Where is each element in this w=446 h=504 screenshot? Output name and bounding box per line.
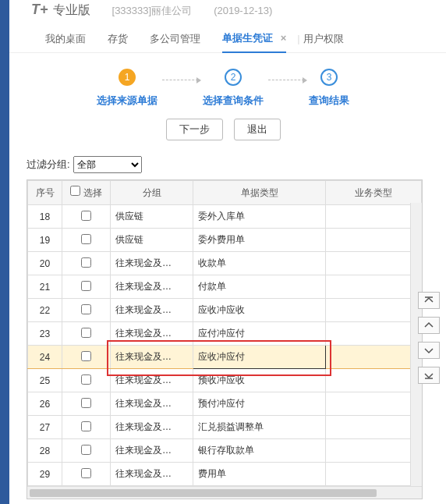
row-checkbox[interactable] (81, 257, 91, 268)
first-button[interactable] (418, 292, 440, 309)
cell-biz[interactable] (326, 416, 422, 439)
tab-multicompany[interactable]: 多公司管理 (150, 26, 200, 52)
cell-type[interactable]: 预收冲应收 (193, 369, 326, 392)
table-row[interactable]: 29往来现金及…费用单 (28, 463, 422, 486)
cell-group[interactable]: 往来现金及… (111, 463, 193, 486)
cell-group[interactable]: 往来现金及… (111, 439, 193, 463)
table-row[interactable]: 28往来现金及…银行存取款单 (28, 439, 422, 463)
cell-type[interactable]: 委外费用单 (193, 229, 326, 252)
table-row[interactable]: 24往来现金及…应收冲应付 (28, 346, 422, 369)
step-1[interactable]: 1 选择来源单据 (97, 69, 158, 108)
cell-biz[interactable] (326, 346, 422, 369)
cell-biz[interactable] (326, 252, 422, 275)
cell-group[interactable]: 往来现金及… (111, 346, 193, 369)
row-checkbox[interactable] (81, 328, 91, 338)
horizontal-scrollbar[interactable] (27, 486, 422, 499)
next-button[interactable]: 下一步 (166, 119, 223, 140)
row-checkbox[interactable] (81, 281, 91, 291)
cell-group[interactable]: 往来现金及… (111, 369, 193, 392)
step-1-label: 选择来源单据 (97, 94, 158, 108)
arrow-icon (162, 80, 198, 80)
cell-biz[interactable] (326, 299, 422, 322)
th-biz[interactable]: 业务类型 (326, 181, 422, 205)
cell-biz[interactable] (326, 439, 422, 463)
cell-group[interactable]: 往来现金及… (111, 322, 193, 346)
cell-no: 22 (28, 299, 62, 322)
cell-biz[interactable] (326, 275, 422, 299)
cell-biz[interactable] (326, 205, 422, 229)
row-checkbox[interactable] (81, 445, 91, 455)
filter-label: 过滤分组: (27, 158, 70, 172)
cell-type[interactable]: 应付冲应付 (193, 322, 326, 346)
cell-type[interactable]: 银行存取款单 (193, 439, 326, 463)
cell-chk (62, 416, 111, 439)
cell-biz[interactable] (326, 369, 422, 392)
cell-group[interactable]: 往来现金及… (111, 299, 193, 322)
cell-group[interactable]: 往来现金及… (111, 275, 193, 299)
step-3-label: 查询结果 (309, 94, 349, 108)
table-row[interactable]: 20往来现金及…收款单 (28, 252, 422, 275)
cell-group[interactable]: 往来现金及… (111, 416, 193, 439)
cell-type[interactable]: 应收冲应付 (193, 346, 326, 369)
cell-group[interactable]: 往来现金及… (111, 392, 193, 416)
cell-group[interactable]: 供应链 (111, 205, 193, 229)
cell-no: 26 (28, 392, 62, 416)
cell-chk (62, 299, 111, 322)
cell-type[interactable]: 收款单 (193, 252, 326, 275)
tab-voucher[interactable]: 单据生凭证 × (222, 25, 286, 53)
row-checkbox[interactable] (81, 374, 91, 385)
row-checkbox[interactable] (81, 398, 91, 408)
cell-group[interactable]: 供应链 (111, 229, 193, 252)
row-checkbox[interactable] (81, 304, 91, 314)
wizard-buttons: 下一步 退出 (0, 119, 446, 140)
arrow-icon (268, 80, 304, 80)
tab-permission[interactable]: 用户权限 (303, 26, 344, 52)
table-row[interactable]: 26往来现金及…预付冲应付 (28, 392, 422, 416)
cell-biz[interactable] (326, 463, 422, 486)
select-all-checkbox[interactable] (70, 186, 80, 196)
step-2[interactable]: 2 选择查询条件 (203, 69, 264, 108)
step-3-circle: 3 (320, 69, 338, 86)
step-3[interactable]: 3 查询结果 (309, 69, 349, 108)
tab-desktop[interactable]: 我的桌面 (45, 26, 86, 52)
th-type[interactable]: 单据类型 (193, 181, 326, 205)
cell-group[interactable]: 往来现金及… (111, 252, 193, 275)
table-row[interactable]: 27往来现金及…汇兑损益调整单 (28, 416, 422, 439)
cell-type[interactable]: 汇兑损益调整单 (193, 416, 326, 439)
row-checkbox[interactable] (81, 211, 91, 221)
prev-button[interactable] (418, 317, 440, 334)
filter-select[interactable]: 全部 (73, 156, 142, 173)
row-checkbox[interactable] (81, 421, 91, 431)
th-group[interactable]: 分组 (111, 181, 193, 205)
row-checkbox[interactable] (81, 234, 91, 244)
cell-type[interactable]: 委外入库单 (193, 205, 326, 229)
tab-inventory[interactable]: 存货 (108, 26, 128, 52)
next-button-nav[interactable] (418, 342, 440, 359)
scrollbar-thumb[interactable] (30, 489, 377, 497)
chevron-down-icon (424, 346, 434, 355)
cell-type[interactable]: 应收冲应收 (193, 299, 326, 322)
cell-biz[interactable] (326, 392, 422, 416)
cell-type[interactable]: 付款单 (193, 275, 326, 299)
last-button[interactable] (418, 367, 440, 384)
cell-no: 19 (28, 229, 62, 252)
exit-button[interactable]: 退出 (234, 119, 281, 140)
cell-chk (62, 252, 111, 275)
table-row[interactable]: 23往来现金及…应付冲应付 (28, 322, 422, 346)
table-row[interactable]: 22往来现金及…应收冲应收 (28, 299, 422, 322)
cell-type[interactable]: 预付冲应付 (193, 392, 326, 416)
cell-biz[interactable] (326, 229, 422, 252)
table-row[interactable]: 19供应链委外费用单 (28, 229, 422, 252)
close-icon[interactable]: × (281, 32, 287, 44)
th-select[interactable]: 选择 (62, 181, 111, 205)
th-no[interactable]: 序号 (28, 181, 62, 205)
row-checkbox[interactable] (81, 468, 91, 478)
cell-chk (62, 346, 111, 369)
row-checkbox[interactable] (81, 351, 91, 361)
table-row[interactable]: 21往来现金及…付款单 (28, 275, 422, 299)
table-row[interactable]: 25往来现金及…预收冲应收 (28, 369, 422, 392)
cell-biz[interactable] (326, 322, 422, 346)
cell-type[interactable]: 费用单 (193, 463, 326, 486)
table-row[interactable]: 18供应链委外入库单 (28, 205, 422, 229)
cell-no: 20 (28, 252, 62, 275)
